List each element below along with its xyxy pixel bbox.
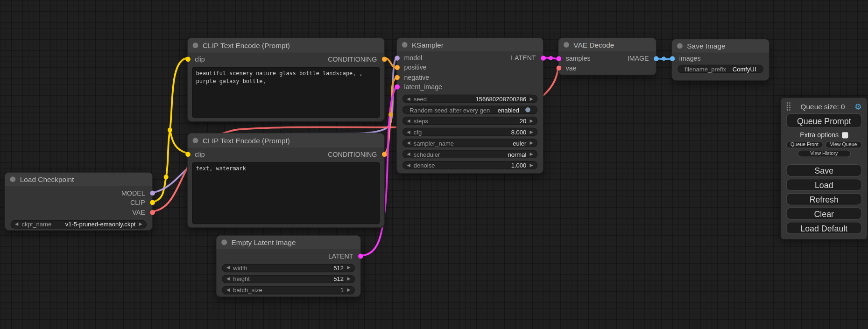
output-slot-vae: VAE [5, 208, 152, 217]
input-dot-latent-image[interactable] [395, 84, 400, 90]
input-slot-latent-image: latent_image [397, 82, 543, 92]
toggle-dot[interactable] [525, 107, 530, 112]
widget-seed[interactable]: ◀ seed 156680208700286 ▶ [402, 95, 537, 103]
save-button[interactable]: Save [786, 164, 862, 176]
node-collapse-dot[interactable] [677, 43, 683, 49]
node-clip-text-encode-positive[interactable]: CLIP Text Encode (Prompt) clip CONDITION… [187, 38, 385, 122]
node-title-bar[interactable]: CLIP Text Encode (Prompt) [188, 38, 384, 53]
queue-prompt-button[interactable]: Queue Prompt [786, 113, 862, 128]
node-collapse-dot[interactable] [402, 42, 408, 48]
node-title-bar[interactable]: VAE Decode [558, 38, 656, 51]
output-dot-model[interactable] [150, 190, 155, 196]
decrement-arrow-icon[interactable]: ◀ [407, 119, 410, 123]
input-dot-samples[interactable] [556, 56, 561, 61]
widget-filename-prefix[interactable]: filename_prefix ComfyUI [677, 65, 763, 73]
node-collapse-dot[interactable] [10, 176, 15, 182]
widget-height[interactable]: ◀ height 512 ▶ [222, 275, 355, 283]
node-title-bar[interactable]: Save Image [672, 39, 769, 52]
output-slot-conditioning: CONDITIONING [328, 148, 384, 161]
node-empty-latent-image[interactable]: Empty Latent Image LATENT ◀ width 512 ▶ … [216, 235, 361, 297]
output-dot-vae[interactable] [150, 210, 155, 215]
prompt-textarea[interactable]: text, watermark [192, 162, 380, 224]
output-dot-clip[interactable] [150, 200, 155, 205]
node-title-bar[interactable]: Empty Latent Image [217, 236, 360, 249]
slot-label: clip [195, 150, 205, 158]
input-dot-vae[interactable] [556, 66, 561, 71]
widget-denoise[interactable]: ◀ denoise 1.000 ▶ [402, 161, 537, 169]
decrement-arrow-icon[interactable]: ◀ [226, 266, 230, 270]
clear-button[interactable]: Clear [786, 208, 862, 220]
widget-scheduler[interactable]: ◀ scheduler normal ▶ [402, 150, 537, 158]
increment-arrow-icon[interactable]: ▶ [529, 152, 533, 156]
decrement-arrow-icon[interactable]: ◀ [407, 152, 410, 156]
output-dot-conditioning[interactable] [381, 57, 387, 62]
decrement-arrow-icon[interactable]: ◀ [407, 130, 410, 134]
increment-arrow-icon[interactable]: ▶ [529, 97, 533, 101]
output-slot-latent: LATENT [511, 53, 543, 63]
graph-canvas[interactable]: Load Checkpoint MODEL CLIP VAE ◀ ckpt_na… [0, 0, 868, 329]
widget-batch-size[interactable]: ◀ batch_size 1 ▶ [222, 286, 355, 294]
increment-arrow-icon[interactable]: ▶ [529, 163, 533, 167]
node-ksampler[interactable]: KSampler model LATENT positive negative [396, 38, 543, 174]
output-dot-latent[interactable] [541, 56, 546, 61]
prompt-textarea[interactable]: beautiful scenery nature glass bottle la… [192, 67, 380, 118]
node-collapse-dot[interactable] [193, 138, 198, 143]
widget-steps[interactable]: ◀ steps 20 ▶ [402, 117, 537, 125]
decrement-arrow-icon[interactable]: ◀ [226, 288, 230, 292]
increment-arrow-icon[interactable]: ▶ [347, 277, 350, 281]
drag-handle-icon[interactable] [786, 102, 791, 111]
output-dot-conditioning[interactable] [381, 152, 387, 157]
increment-arrow-icon[interactable]: ▶ [529, 130, 533, 134]
extra-options-checkbox[interactable] [842, 132, 848, 138]
widget-value: normal [508, 151, 526, 157]
slot-label: LATENT [328, 252, 353, 260]
decrement-arrow-icon[interactable]: ◀ [407, 141, 410, 145]
decrement-arrow-icon[interactable]: ◀ [15, 222, 18, 226]
view-history-button[interactable]: View History [797, 150, 851, 157]
node-clip-text-encode-negative[interactable]: CLIP Text Encode (Prompt) clip CONDITION… [187, 133, 385, 228]
widget-value: enabled [498, 106, 519, 113]
comfy-menu-panel: Queue size: 0 ⚙ Queue Prompt Extra optio… [781, 98, 868, 240]
refresh-button[interactable]: Refresh [786, 193, 862, 205]
widget-label: cfg [414, 129, 422, 135]
input-dot-clip[interactable] [185, 57, 191, 62]
input-dot-clip[interactable] [185, 152, 191, 157]
widget-cfg[interactable]: ◀ cfg 8.000 ▶ [402, 128, 537, 136]
settings-gear-icon[interactable]: ⚙ [854, 102, 862, 111]
node-collapse-dot[interactable] [193, 42, 198, 48]
output-dot-image[interactable] [654, 56, 659, 61]
node-title-bar[interactable]: CLIP Text Encode (Prompt) [188, 133, 384, 148]
widget-ckpt-name[interactable]: ◀ ckpt_name v1-5-pruned-emaonly.ckpt ▶ [11, 220, 147, 228]
output-dot-latent[interactable] [358, 253, 363, 259]
output-slot-model: MODEL [5, 188, 152, 198]
node-title-bar[interactable]: KSampler [397, 38, 543, 51]
node-vae-decode[interactable]: VAE Decode samples IMAGE vae [558, 38, 656, 76]
increment-arrow-icon[interactable]: ▶ [529, 119, 533, 123]
widget-sampler-name[interactable]: ◀ sampler_name euler ▶ [402, 139, 537, 147]
node-load-checkpoint[interactable]: Load Checkpoint MODEL CLIP VAE ◀ ckpt_na… [4, 172, 153, 231]
increment-arrow-icon[interactable]: ▶ [347, 266, 350, 270]
widget-width[interactable]: ◀ width 512 ▶ [222, 264, 355, 272]
widget-random-seed[interactable]: Random seed after every gen enabled [402, 105, 537, 114]
increment-arrow-icon[interactable]: ▶ [529, 141, 533, 145]
increment-arrow-icon[interactable]: ▶ [139, 222, 142, 226]
input-dot-images[interactable] [670, 56, 675, 61]
node-collapse-dot[interactable] [221, 239, 227, 245]
input-dot-negative[interactable] [395, 75, 400, 80]
decrement-arrow-icon[interactable]: ◀ [407, 163, 410, 167]
node-collapse-dot[interactable] [564, 42, 569, 48]
extra-options-label: Extra options [800, 131, 839, 139]
increment-arrow-icon[interactable]: ▶ [347, 288, 350, 292]
widget-value: 1 [340, 287, 344, 293]
load-default-button[interactable]: Load Default [786, 222, 862, 234]
load-button[interactable]: Load [786, 179, 862, 191]
node-title: Empty Latent Image [232, 238, 296, 246]
input-dot-positive[interactable] [395, 65, 400, 70]
node-title-bar[interactable]: Load Checkpoint [5, 173, 152, 186]
input-dot-model[interactable] [395, 56, 400, 61]
decrement-arrow-icon[interactable]: ◀ [226, 277, 230, 281]
node-save-image[interactable]: Save Image images filename_prefix ComfyU… [671, 39, 769, 81]
view-queue-button[interactable]: View Queue [825, 141, 862, 148]
queue-front-button[interactable]: Queue Front [786, 141, 823, 148]
decrement-arrow-icon[interactable]: ◀ [407, 97, 410, 101]
